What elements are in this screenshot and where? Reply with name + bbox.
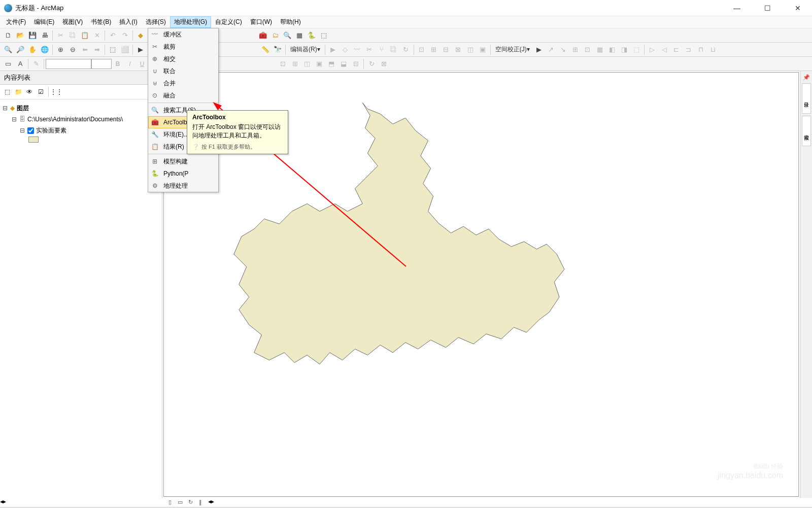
menu-item-pythonp[interactable]: 🐍Python(P	[148, 167, 218, 180]
tree-layer[interactable]: ⊟ 实验面要素	[2, 125, 160, 136]
layer-visibility-checkbox[interactable]	[27, 127, 34, 134]
next-extent-icon[interactable]: ➡	[91, 44, 103, 55]
adj10-icon[interactable]: ◁	[659, 44, 670, 55]
dock-tab-search[interactable]: 搜索	[802, 116, 811, 146]
clear-select-icon[interactable]: ⬜	[119, 44, 130, 55]
cut-icon[interactable]: ✂	[55, 30, 66, 41]
menu-插入[interactable]: 插入(I)	[115, 16, 141, 28]
menu-文件[interactable]: 文件(F)	[2, 16, 30, 28]
paste-icon[interactable]: 📋	[79, 30, 90, 41]
scroll-right-icon[interactable]: ▸	[211, 498, 214, 507]
d8-icon[interactable]: ↻	[366, 58, 377, 70]
adj1-icon[interactable]: ↗	[546, 44, 557, 55]
menu-帮助[interactable]: 帮助(H)	[276, 16, 305, 28]
dock-pin-icon[interactable]: 📌	[802, 73, 810, 81]
open-icon[interactable]: 📂	[15, 30, 26, 41]
tree-symbol[interactable]	[2, 136, 160, 143]
spatial-adjust-dropdown[interactable]: 空间校正(J)▾	[492, 45, 533, 54]
merge-icon[interactable]: ⿻	[388, 44, 399, 55]
edit2-icon[interactable]: ⊞	[428, 44, 439, 55]
edit-tool-icon[interactable]: ▶	[327, 44, 339, 55]
adj2-icon[interactable]: ↘	[558, 44, 569, 55]
layer-swatch[interactable]	[28, 137, 39, 143]
toc-list-by-source-icon[interactable]: 📁	[13, 87, 23, 97]
map-hscroll[interactable]: ◂ ▸	[208, 498, 812, 507]
layout-view-icon[interactable]: ▭	[176, 498, 185, 506]
d6-icon[interactable]: ⬓	[338, 58, 349, 70]
d4-icon[interactable]: ▣	[314, 58, 325, 70]
adj8-icon[interactable]: ⬚	[631, 44, 642, 55]
edit1-icon[interactable]: ⊡	[416, 44, 427, 55]
minimize-button[interactable]: —	[727, 2, 747, 14]
tree-root[interactable]: ⊟ ◆ 图层	[2, 103, 160, 114]
adj5-icon[interactable]: ▦	[594, 44, 605, 55]
menu-窗口[interactable]: 窗口(W)	[246, 16, 276, 28]
edit5-icon[interactable]: ◫	[465, 44, 476, 55]
python-icon[interactable]: 🐍	[306, 30, 317, 41]
draw-rect-icon[interactable]: ▭	[3, 58, 14, 70]
menu-item-相交[interactable]: ⊕相交	[148, 53, 218, 65]
collapse-icon[interactable]: ⊟	[11, 114, 17, 124]
menu-编辑[interactable]: 编辑(E)	[30, 16, 58, 28]
select-icon[interactable]: ⬚	[107, 44, 118, 55]
edit4-icon[interactable]: ⊠	[453, 44, 464, 55]
menu-item-联合[interactable]: ∪联合	[148, 65, 218, 77]
zoom-out-icon[interactable]: 🔎	[15, 44, 26, 55]
delete-icon[interactable]: ✕	[91, 30, 103, 41]
menu-视图[interactable]: 视图(V)	[58, 16, 87, 28]
edit-vertices-icon[interactable]: ◇	[340, 44, 351, 55]
scroll-right-icon[interactable]: ▸	[3, 498, 6, 507]
adj14-icon[interactable]: ⊔	[707, 44, 719, 55]
underline-icon[interactable]: U	[137, 58, 148, 70]
adj9-icon[interactable]: ▷	[647, 44, 658, 55]
zoom-in-icon[interactable]: 🔍	[3, 44, 14, 55]
search-icon[interactable]: 🔍	[282, 30, 293, 41]
toolbox-icon[interactable]: 🧰	[257, 30, 268, 41]
fixed-zoomin-icon[interactable]: ⊕	[55, 44, 66, 55]
menu-item-融合[interactable]: ⊙融合	[148, 89, 218, 101]
d9-icon[interactable]: ⊠	[378, 58, 389, 70]
toc-list-by-select-icon[interactable]: ☑	[36, 87, 46, 97]
refresh-icon[interactable]: ↻	[186, 498, 195, 506]
pause-icon[interactable]: ‖	[196, 498, 205, 506]
catalog-icon[interactable]: 🗂	[269, 30, 281, 41]
draw-text-icon[interactable]: A	[15, 58, 26, 70]
bold-icon[interactable]: B	[112, 58, 123, 70]
rotate-icon[interactable]: ↻	[400, 44, 412, 55]
adj7-icon[interactable]: ◨	[619, 44, 630, 55]
d3-icon[interactable]: ◫	[301, 58, 313, 70]
split-icon[interactable]: ⑂	[376, 44, 387, 55]
d2-icon[interactable]: ⊞	[289, 58, 300, 70]
adj3-icon[interactable]: ⊞	[570, 44, 581, 55]
measure-icon[interactable]: 📏	[260, 44, 271, 55]
menu-地理处理[interactable]: 地理处理(G)	[170, 16, 211, 28]
menu-item-地理处理[interactable]: ⚙地理处理	[148, 180, 218, 192]
reshape-icon[interactable]: 〰	[352, 44, 363, 55]
close-button[interactable]: ✕	[788, 2, 808, 14]
collapse-icon[interactable]: ⊟	[19, 125, 25, 136]
adj12-icon[interactable]: ⊐	[683, 44, 694, 55]
menu-item-模型构建[interactable]: ⊞模型构建	[148, 155, 218, 167]
new-icon[interactable]: 🗋	[3, 30, 14, 41]
prev-extent-icon[interactable]: ⬅	[79, 44, 90, 55]
adjust-pointer-icon[interactable]: ▶	[533, 44, 545, 55]
toc-list-by-draw-icon[interactable]: ⬚	[2, 87, 12, 97]
copy-icon[interactable]: ⿻	[67, 30, 78, 41]
print-icon[interactable]: 🖶	[39, 30, 50, 41]
fontsize-select[interactable]	[91, 59, 112, 69]
editor-dropdown[interactable]: 编辑器(R)▾	[287, 45, 323, 54]
pan-icon[interactable]: ✋	[27, 44, 38, 55]
font-select[interactable]	[46, 59, 91, 69]
table-icon[interactable]: ▦	[294, 30, 305, 41]
edit3-icon[interactable]: ⊟	[441, 44, 452, 55]
toc-list-by-visible-icon[interactable]: 👁	[24, 87, 35, 97]
tree-gdb[interactable]: ⊟ 🗄 C:\Users\Administrator\Documents\	[2, 114, 160, 125]
fixed-zoomout-icon[interactable]: ⊖	[67, 44, 78, 55]
edit6-icon[interactable]: ▣	[477, 44, 488, 55]
adj6-icon[interactable]: ◧	[606, 44, 618, 55]
adj13-icon[interactable]: ⊓	[695, 44, 706, 55]
toc-options-icon[interactable]: ⋮⋮	[51, 87, 61, 97]
italic-icon[interactable]: I	[124, 58, 136, 70]
menu-item-缓冲区[interactable]: 〰缓冲区	[148, 28, 218, 41]
redo-icon[interactable]: ↷	[119, 30, 130, 41]
